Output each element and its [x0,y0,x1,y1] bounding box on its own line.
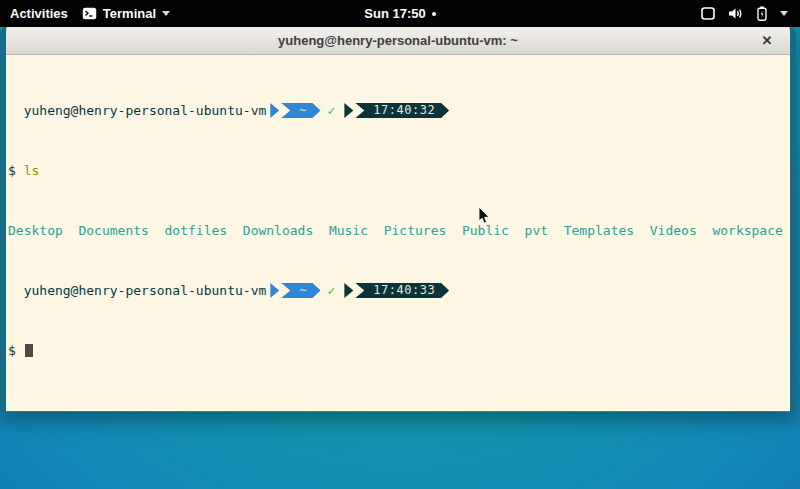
desktop: Activities Terminal Sun 17:50 [0,0,800,489]
clock-label: Sun 17:50 [364,6,425,21]
activities-button[interactable]: Activities [10,6,68,21]
powerline-arrow-icon [344,283,353,298]
terminal-app-icon [82,7,97,20]
notification-dot-icon [432,12,436,16]
app-menu-terminal[interactable]: Terminal [82,6,170,21]
prompt-dollar: $ [8,163,24,178]
prompt-path-segment: ~ [281,103,320,118]
chevron-down-icon [162,11,170,16]
prompt-dollar: $ [8,343,24,358]
window-title: yuheng@henry-personal-ubuntu-vm: ~ [278,33,518,48]
clock-button[interactable]: Sun 17:50 [364,6,435,21]
powerline-arrow-icon [270,283,279,298]
prompt-user-host: yuheng@henry-personal-ubuntu-vm [8,103,266,118]
text-cursor [25,344,33,357]
app-menu-label: Terminal [103,6,156,21]
prompt-user-host: yuheng@henry-personal-ubuntu-vm [8,283,266,298]
mouse-pointer-icon [478,207,490,229]
status-check-icon: ✓ [328,103,336,118]
terminal-content[interactable]: yuheng@henry-personal-ubuntu-vm ~ ✓ 17:4… [6,55,790,411]
prompt-line: yuheng@henry-personal-ubuntu-vm ~ ✓ 17:4… [8,103,790,118]
prompt-time-segment: 17:40:32 [355,103,449,118]
prompt-time-segment: 17:40:33 [355,283,449,298]
screen-icon [701,7,715,20]
system-status-area[interactable] [701,6,800,21]
input-line[interactable]: $ [8,343,790,358]
powerline-arrow-icon [270,103,279,118]
close-icon[interactable]: ✕ [758,32,776,50]
prompt-path-segment: ~ [281,283,320,298]
powerline-arrow-icon [344,103,353,118]
terminal-window: yuheng@henry-personal-ubuntu-vm: ~ ✕ yuh… [0,27,796,412]
top-bar: Activities Terminal Sun 17:50 [0,0,800,27]
command-line: $ ls [8,163,790,178]
status-check-icon: ✓ [328,283,336,298]
chevron-down-icon [780,11,788,16]
volume-icon [728,7,744,20]
window-titlebar[interactable]: yuheng@henry-personal-ubuntu-vm: ~ ✕ [6,27,790,55]
prompt-line: yuheng@henry-personal-ubuntu-vm ~ ✓ 17:4… [8,283,790,298]
battery-charging-icon [757,6,767,21]
ls-output-line: Desktop Documents dotfiles Downloads Mus… [8,223,790,238]
typed-command: ls [24,163,40,178]
